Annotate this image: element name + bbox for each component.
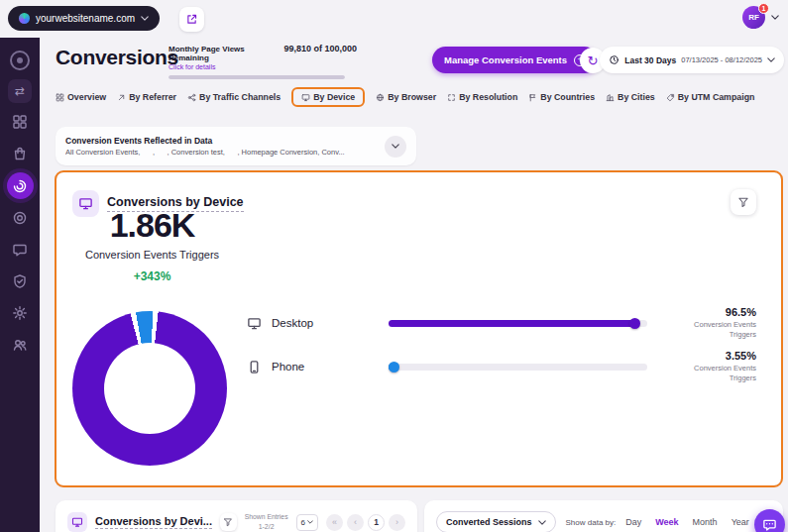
pagination-next-button[interactable]: › bbox=[389, 514, 405, 531]
donut-hole bbox=[104, 343, 195, 434]
filter-button[interactable] bbox=[220, 513, 237, 531]
legend-label: Desktop bbox=[272, 317, 389, 329]
resolution-icon bbox=[447, 93, 456, 102]
quota-label: Monthly Page Views Remaining bbox=[169, 45, 275, 62]
metric-label: Conversion Events Triggers bbox=[70, 249, 234, 261]
desktop-percent: 96.5% bbox=[665, 306, 756, 318]
tab-label: By Referrer bbox=[129, 92, 176, 102]
page-size-select[interactable]: 6 bbox=[296, 514, 318, 531]
shown-entries-label: Shown Entries bbox=[245, 513, 288, 522]
site-name-label: yourwebsitename.com bbox=[36, 13, 135, 24]
tag-icon bbox=[666, 93, 675, 102]
tab-label: By Resolution bbox=[459, 92, 517, 102]
chat-bubble-icon bbox=[762, 517, 777, 532]
conversions-spiral-icon bbox=[12, 178, 28, 194]
phone-icon bbox=[245, 360, 263, 374]
site-selector[interactable]: yourwebsitename.com bbox=[8, 6, 160, 31]
shield-check-icon bbox=[12, 273, 28, 289]
desktop-progress-bar[interactable] bbox=[389, 320, 647, 327]
tab-label: Overview bbox=[67, 92, 106, 102]
chevron-down-icon bbox=[767, 57, 775, 62]
metric-select[interactable]: Converted Sessions bbox=[436, 511, 556, 532]
date-range-value: 07/13/2025 - 08/12/2025 bbox=[681, 55, 762, 64]
chevron-down-icon bbox=[307, 520, 313, 524]
grid-icon bbox=[56, 93, 64, 102]
collapse-sidebar-button[interactable]: ⇄ bbox=[8, 79, 32, 103]
banner-title: Conversion Events Reflected in Data bbox=[65, 136, 379, 146]
metric-change-badge: +343% bbox=[70, 269, 234, 283]
manage-conversion-events-button[interactable]: Manage Conversion Events + bbox=[432, 47, 598, 73]
date-range-label: Last 30 Days bbox=[624, 55, 676, 65]
tab-by-cities[interactable]: By Cities bbox=[606, 92, 655, 102]
tab-by-device[interactable]: By Device bbox=[291, 87, 365, 107]
share-button[interactable] bbox=[179, 7, 204, 32]
tab-by-utm-campaign[interactable]: By UTM Campaign bbox=[666, 92, 755, 102]
tab-label: By Device bbox=[313, 92, 355, 102]
period-day[interactable]: Day bbox=[625, 517, 641, 527]
sidebar-item-settings[interactable] bbox=[7, 300, 33, 326]
chevron-down-icon bbox=[141, 16, 149, 21]
quota-details-link[interactable]: Click for details bbox=[169, 63, 357, 70]
tab-label: By Countries bbox=[540, 92, 595, 102]
notification-badge: 1 bbox=[758, 3, 769, 14]
legend-row-desktop: Desktop 96.5% Conversion Events Triggers bbox=[245, 302, 756, 344]
banner-expand-button[interactable] bbox=[385, 136, 406, 158]
chat-bubble-icon bbox=[12, 242, 28, 258]
refresh-icon: ↻ bbox=[588, 53, 599, 68]
monitor-icon bbox=[71, 516, 83, 528]
sidebar: ⇄ bbox=[0, 38, 40, 532]
pagination-current-page[interactable]: 1 bbox=[368, 514, 385, 531]
collapse-icon: ⇄ bbox=[15, 85, 25, 97]
quota-progress-fill bbox=[169, 75, 345, 79]
metric-select-value: Converted Sessions bbox=[446, 517, 532, 527]
chevron-down-icon bbox=[538, 520, 546, 525]
app-root: yourwebsitename.com RF 1 ⇄ bbox=[0, 0, 788, 532]
sidebar-item-dashboard[interactable] bbox=[7, 109, 33, 135]
phone-progress-bar[interactable] bbox=[389, 364, 647, 371]
tab-by-browser[interactable]: By Browser bbox=[376, 92, 436, 102]
buildings-icon bbox=[606, 93, 615, 102]
sidebar-item-feedback[interactable] bbox=[7, 237, 33, 263]
phone-progress-fill bbox=[389, 364, 397, 371]
tab-overview[interactable]: Overview bbox=[56, 92, 106, 102]
pagination-first-button[interactable]: « bbox=[326, 514, 343, 531]
users-icon bbox=[12, 337, 28, 353]
filter-button[interactable] bbox=[731, 189, 756, 215]
app-logo-icon bbox=[7, 48, 33, 73]
tab-by-resolution[interactable]: By Resolution bbox=[447, 92, 517, 102]
support-chat-button[interactable] bbox=[754, 509, 785, 532]
conversions-donut-chart[interactable] bbox=[72, 311, 227, 466]
chevron-down-icon[interactable] bbox=[771, 15, 779, 20]
chevron-down-icon bbox=[392, 144, 399, 149]
sidebar-item-account[interactable] bbox=[7, 332, 33, 358]
card-title[interactable]: Conversions by Devi... bbox=[95, 515, 212, 529]
banner-subtitle: All Conversion Events, , , Conversion te… bbox=[65, 148, 379, 157]
globe-icon bbox=[376, 93, 385, 102]
avatar-initials: RF bbox=[748, 13, 759, 22]
tab-by-referrer[interactable]: By Referrer bbox=[117, 92, 176, 102]
page-title: Conversions bbox=[56, 46, 178, 69]
period-month[interactable]: Month bbox=[693, 517, 718, 527]
pagination-prev-button[interactable]: ‹ bbox=[347, 514, 364, 531]
period-week[interactable]: Week bbox=[655, 517, 678, 527]
sidebar-item-conversions[interactable] bbox=[7, 172, 34, 199]
sidebar-item-ecommerce[interactable] bbox=[7, 141, 33, 166]
tab-by-countries[interactable]: By Countries bbox=[528, 92, 595, 102]
legend-row-phone: Phone 3.55% Conversion Events Triggers bbox=[245, 346, 756, 387]
tab-label: By Browser bbox=[388, 92, 436, 102]
quota-progress-bar bbox=[169, 75, 345, 79]
phone-percent-sublabel: Conversion Events Triggers bbox=[665, 364, 756, 383]
metric-value: 1.86K bbox=[70, 206, 234, 245]
date-range-picker[interactable]: Last 30 Days 07/13/2025 - 08/12/2025 bbox=[600, 47, 784, 73]
conversions-by-device-table-card: Conversions by Devi... Shown Entries 1-2… bbox=[56, 500, 417, 532]
period-year[interactable]: Year bbox=[732, 517, 749, 527]
page-size-value: 6 bbox=[301, 518, 305, 527]
sidebar-item-behavior[interactable] bbox=[7, 205, 33, 231]
funnel-icon bbox=[223, 517, 233, 527]
sidebar-item-privacy[interactable] bbox=[7, 268, 33, 294]
show-data-by-label: Show data by: bbox=[566, 518, 617, 527]
shopping-bag-icon bbox=[12, 146, 28, 161]
phone-percent: 3.55% bbox=[665, 350, 756, 362]
metric-summary: 1.86K Conversion Events Triggers +343% bbox=[70, 206, 234, 283]
tab-by-traffic-channels[interactable]: By Traffic Channels bbox=[187, 92, 281, 102]
